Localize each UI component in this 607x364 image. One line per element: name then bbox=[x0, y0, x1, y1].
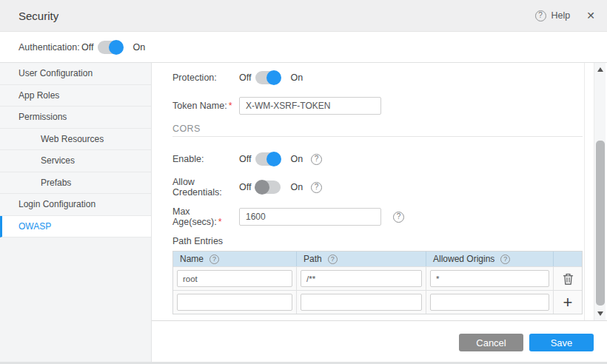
footer: Cancel Save bbox=[152, 320, 607, 364]
table-row: + bbox=[173, 290, 582, 314]
column-header-allowed-origins: Allowed Origins ? bbox=[426, 252, 554, 266]
path-entries-table: Name ? Path ? Allowed Origins ? bbox=[172, 251, 583, 314]
allow-credentials-row: Allow Credentials: Off On ? bbox=[172, 180, 584, 195]
allow-credentials-help-icon[interactable]: ? bbox=[311, 182, 322, 193]
sidebar-item-permissions[interactable]: Permissions bbox=[0, 107, 151, 129]
scrollbar-thumb[interactable] bbox=[596, 141, 605, 306]
max-age-help-icon[interactable]: ? bbox=[393, 212, 404, 223]
enable-on-label: On bbox=[290, 154, 303, 164]
authentication-label: Authentication: bbox=[19, 42, 81, 53]
sidebar-item-app-roles[interactable]: App Roles bbox=[0, 85, 151, 107]
max-age-input[interactable] bbox=[239, 208, 381, 226]
triangle-up-icon bbox=[597, 67, 603, 72]
delete-row-button[interactable] bbox=[559, 270, 577, 288]
help-button[interactable]: Help bbox=[551, 10, 571, 21]
sidebar-item-user-configuration[interactable]: User Configuration bbox=[0, 63, 151, 85]
allow-credentials-label: Allow Credentials: bbox=[172, 177, 239, 198]
cancel-button[interactable]: Cancel bbox=[459, 334, 523, 351]
row2-allowed-origins-input[interactable] bbox=[430, 294, 549, 311]
column-header-path: Path ? bbox=[297, 252, 426, 266]
page-title: Security bbox=[19, 10, 58, 22]
row1-name-input[interactable] bbox=[177, 270, 292, 287]
protection-off-label: Off bbox=[239, 73, 251, 83]
sidebar-item-login-configuration[interactable]: Login Configuration bbox=[0, 194, 151, 216]
table-header-row: Name ? Path ? Allowed Origins ? bbox=[173, 252, 582, 266]
sidebar-item-owasp[interactable]: OWASP bbox=[0, 216, 151, 238]
sidebar: User Configuration App Roles Permissions… bbox=[0, 63, 152, 364]
plus-icon: + bbox=[563, 294, 573, 311]
toggle-knob bbox=[266, 70, 281, 85]
protection-on-label: On bbox=[290, 73, 303, 83]
required-asterisk: * bbox=[229, 101, 232, 111]
enable-off-label: Off bbox=[239, 154, 251, 164]
toggle-knob bbox=[255, 180, 269, 195]
add-row-button[interactable]: + bbox=[559, 294, 577, 311]
path-entries-title: Path Entries bbox=[172, 236, 584, 247]
scroll-down-arrow[interactable] bbox=[594, 309, 606, 319]
cors-divider bbox=[172, 136, 583, 137]
protection-toggle[interactable] bbox=[255, 71, 281, 84]
authentication-off-label: Off bbox=[81, 42, 93, 53]
security-dialog: Security ? Help ✕ Authentication: Off On… bbox=[0, 0, 607, 364]
trash-icon bbox=[563, 273, 574, 285]
allowed-origins-column-help-icon[interactable]: ? bbox=[500, 255, 510, 264]
titlebar: Security ? Help ✕ bbox=[0, 0, 607, 32]
allow-credentials-toggle[interactable] bbox=[255, 181, 281, 194]
table-row bbox=[173, 266, 582, 290]
column-header-name: Name ? bbox=[173, 252, 297, 266]
scroll-up-arrow[interactable] bbox=[594, 64, 606, 75]
required-asterisk: * bbox=[218, 217, 222, 227]
sidebar-item-prefabs[interactable]: Prefabs bbox=[0, 172, 151, 195]
enable-label: Enable: bbox=[172, 154, 239, 164]
close-icon[interactable]: ✕ bbox=[586, 10, 595, 21]
cors-section-title: CORS bbox=[172, 124, 584, 135]
toggle-knob bbox=[109, 40, 124, 55]
allow-credentials-on-label: On bbox=[290, 182, 303, 192]
sidebar-item-web-resources[interactable]: Web Resources bbox=[0, 129, 151, 151]
owasp-settings-panel: Protection: Off On Token Name:* CORS Ena… bbox=[152, 63, 585, 320]
max-age-label: Max Age(secs):* bbox=[172, 206, 239, 227]
token-name-row: Token Name:* bbox=[172, 97, 584, 115]
row1-allowed-origins-input[interactable] bbox=[430, 270, 549, 287]
save-button[interactable]: Save bbox=[529, 334, 594, 351]
cors-enable-row: Enable: Off On ? bbox=[172, 152, 584, 166]
sidebar-item-services[interactable]: Services bbox=[0, 150, 151, 172]
help-icon[interactable]: ? bbox=[535, 10, 546, 21]
row2-path-input[interactable] bbox=[301, 294, 422, 311]
triangle-down-icon bbox=[597, 311, 603, 316]
max-age-row: Max Age(secs):* ? bbox=[172, 208, 584, 226]
authentication-on-label: On bbox=[133, 42, 145, 53]
enable-help-icon[interactable]: ? bbox=[311, 154, 322, 165]
row1-path-input[interactable] bbox=[301, 270, 422, 287]
allow-credentials-off-label: Off bbox=[239, 182, 251, 192]
protection-label: Protection: bbox=[172, 73, 239, 83]
authentication-toggle[interactable] bbox=[98, 41, 123, 54]
row2-name-input[interactable] bbox=[177, 294, 292, 311]
path-column-help-icon[interactable]: ? bbox=[328, 255, 338, 264]
toggle-knob bbox=[266, 152, 281, 166]
token-name-input[interactable] bbox=[239, 97, 381, 115]
protection-row: Protection: Off On bbox=[172, 70, 584, 85]
titlebar-actions: ? Help ✕ bbox=[535, 10, 595, 21]
vertical-scrollbar[interactable] bbox=[594, 63, 606, 320]
name-column-help-icon[interactable]: ? bbox=[209, 255, 219, 264]
column-header-actions bbox=[554, 252, 582, 266]
token-name-label: Token Name:* bbox=[172, 101, 239, 111]
authentication-bar: Authentication: Off On bbox=[0, 32, 607, 63]
enable-toggle[interactable] bbox=[255, 152, 281, 166]
